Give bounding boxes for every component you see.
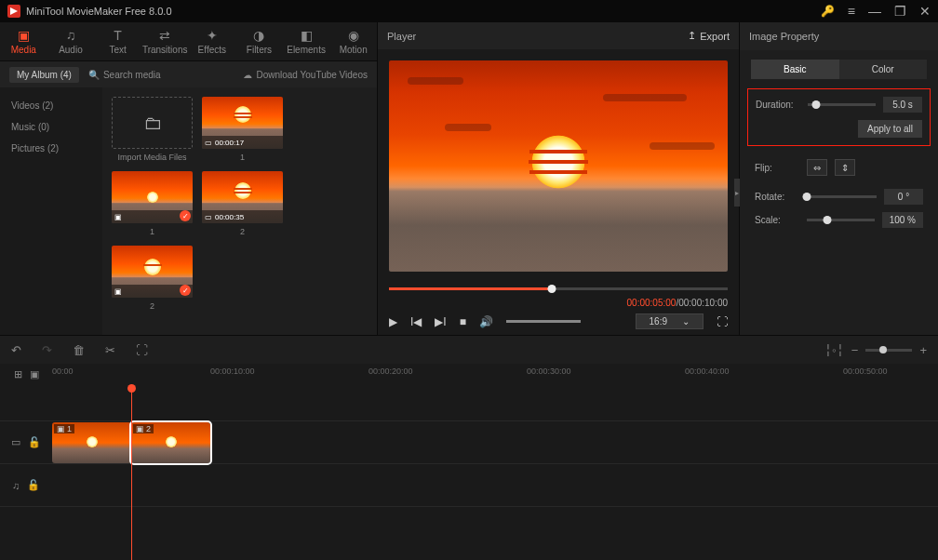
flip-horizontal-button[interactable]: ⇔ xyxy=(807,159,827,176)
play-button[interactable]: ▶ xyxy=(389,315,397,328)
properties-title: Image Property xyxy=(749,31,819,42)
prev-frame-button[interactable]: I◀ xyxy=(410,315,422,328)
import-label: Import Media Files xyxy=(117,153,186,162)
export-button[interactable]: ↥Export xyxy=(688,30,730,42)
thumb-label: 1 xyxy=(150,227,154,236)
image-type-icon: ▣ xyxy=(57,424,65,433)
clip-index: 2 xyxy=(146,424,151,433)
preview-viewport[interactable] xyxy=(389,60,728,272)
timeline-clip-2[interactable]: ▣2 xyxy=(131,422,210,463)
rotate-label: Rotate: xyxy=(755,192,799,202)
image-type-icon: ▣ xyxy=(114,213,122,221)
audio-track: ♫🔓 xyxy=(0,464,938,507)
download-youtube-button[interactable]: ☁Download YouTube Videos xyxy=(243,70,368,80)
ruler-tick: 00:00:50:00 xyxy=(843,367,888,376)
scale-slider[interactable] xyxy=(807,219,875,221)
import-media-button[interactable]: 🗀 xyxy=(112,97,193,149)
properties-panel: ▸ Image Property Basic Color Duration: 5… xyxy=(740,22,938,335)
crop-button[interactable]: ⛶ xyxy=(136,343,148,357)
fullscreen-button[interactable]: ⛶ xyxy=(717,315,728,328)
stop-button[interactable]: ■ xyxy=(460,315,466,328)
lock-icon[interactable]: 🔓 xyxy=(28,436,41,448)
video-track-icon: ▭ xyxy=(11,436,20,448)
next-frame-button[interactable]: ▶I xyxy=(435,315,446,328)
tab-text[interactable]: TText xyxy=(94,22,141,60)
tab-label: Audio xyxy=(59,45,83,55)
duration-value[interactable]: 5.0 s xyxy=(883,97,922,113)
media-panel: ▣Media ♫Audio TText ⇄Transitions ✦Effect… xyxy=(0,22,377,335)
prop-tab-basic[interactable]: Basic xyxy=(751,60,839,79)
duration-label: Duration: xyxy=(756,100,800,110)
sidebar-item-videos[interactable]: Videos (2) xyxy=(0,95,102,116)
volume-icon[interactable]: 🔊 xyxy=(479,315,493,328)
redo-button[interactable]: ↷ xyxy=(42,343,52,357)
maximize-icon[interactable]: ❐ xyxy=(894,4,906,19)
album-selector[interactable]: My Album (4) xyxy=(9,67,79,83)
duration-highlight: Duration: 5.0 s Apply to all xyxy=(747,88,931,146)
thumb-duration: 00:00:17 xyxy=(215,139,244,147)
timeline-toolbar: ↶ ↷ 🗑 ✂ ⛶ ╎◦╎ − + xyxy=(0,336,938,364)
zoom-out-button[interactable]: − xyxy=(851,343,859,357)
flip-h-icon: ⇔ xyxy=(813,163,821,173)
delete-button[interactable]: 🗑 xyxy=(73,343,85,357)
video-track-body[interactable]: ▣1 ▣2 xyxy=(52,421,938,463)
timeline-body: ▭🔓 ▣1 ▣2 ♫🔓 xyxy=(0,384,938,560)
tab-motion[interactable]: ◉Motion xyxy=(329,22,377,60)
collapse-handle[interactable]: ▸ xyxy=(734,179,740,207)
media-grid: 🗀 Import Media Files ▭00:00:17 1 ▣ ✓ xyxy=(102,87,377,335)
zoom-slider[interactable] xyxy=(865,349,912,352)
tab-transitions[interactable]: ⇄Transitions xyxy=(141,22,189,60)
media-thumb-video-1[interactable]: ▭00:00:17 xyxy=(202,97,283,149)
media-thumb-image-1[interactable]: ▣ ✓ xyxy=(112,171,193,223)
apply-to-all-button[interactable]: Apply to all xyxy=(858,120,922,138)
menu-icon[interactable]: ≡ xyxy=(848,4,855,19)
audio-track-body[interactable] xyxy=(52,464,938,506)
media-thumb-image-2[interactable]: ▣ ✓ xyxy=(112,246,193,298)
lock-icon[interactable]: 🔓 xyxy=(27,479,40,491)
scrubber[interactable] xyxy=(389,283,728,296)
flip-vertical-button[interactable]: ⇕ xyxy=(835,159,855,176)
effects-icon: ✦ xyxy=(207,28,218,43)
zoom-in-button[interactable]: + xyxy=(919,343,927,357)
search-input[interactable]: 🔍Search media xyxy=(88,70,161,80)
tab-filters[interactable]: ◑Filters xyxy=(235,22,283,60)
playhead[interactable] xyxy=(131,384,132,560)
timeline-ruler[interactable]: 00:00 00:00:10:00 00:00:20:00 00:00:30:0… xyxy=(52,364,938,384)
tab-label: Elements xyxy=(287,45,326,55)
ruler-tick: 00:00:10:00 xyxy=(210,367,255,376)
scale-value[interactable]: 100 % xyxy=(882,212,923,228)
elements-icon: ◧ xyxy=(301,28,313,43)
duration-slider[interactable] xyxy=(808,103,876,106)
timeline-clip-1[interactable]: ▣1 xyxy=(52,422,131,463)
close-icon[interactable]: ✕ xyxy=(919,4,931,19)
aspect-ratio-select[interactable]: 16:9⌄ xyxy=(636,313,704,329)
sidebar-item-pictures[interactable]: Pictures (2) xyxy=(0,138,102,159)
tab-elements[interactable]: ◧Elements xyxy=(283,22,330,60)
activate-key-icon[interactable]: 🔑 xyxy=(821,5,835,18)
fit-timeline-icon[interactable]: ╎◦╎ xyxy=(824,343,844,357)
volume-slider[interactable] xyxy=(506,320,581,323)
scale-label: Scale: xyxy=(755,215,799,225)
stack-icon[interactable]: ▣ xyxy=(30,368,39,380)
tab-label: Effects xyxy=(198,45,226,55)
add-track-icon[interactable]: ⊞ xyxy=(14,368,22,380)
tab-media[interactable]: ▣Media xyxy=(0,22,47,60)
tab-effects[interactable]: ✦Effects xyxy=(189,22,236,60)
ruler-tick: 00:00 xyxy=(52,367,74,376)
minimize-icon[interactable]: — xyxy=(868,4,881,19)
rotate-slider[interactable] xyxy=(807,195,877,198)
split-button[interactable]: ✂ xyxy=(105,343,115,357)
prop-tab-color[interactable]: Color xyxy=(839,60,928,79)
download-label: Download YouTube Videos xyxy=(256,70,368,80)
chevron-down-icon: ⌄ xyxy=(682,316,690,327)
text-icon: T xyxy=(114,28,122,43)
sidebar-item-music[interactable]: Music (0) xyxy=(0,116,102,138)
timeline: ↶ ↷ 🗑 ✂ ⛶ ╎◦╎ − + ⊞ ▣ 00:00 00:00:10:00 … xyxy=(0,335,938,560)
check-icon: ✓ xyxy=(180,210,191,221)
rotate-value[interactable]: 0 ° xyxy=(884,189,923,205)
tab-audio[interactable]: ♫Audio xyxy=(47,22,95,60)
image-type-icon: ▣ xyxy=(136,424,144,433)
media-thumb-video-2[interactable]: ▭00:00:35 xyxy=(202,171,283,223)
video-type-icon: ▭ xyxy=(205,213,212,221)
undo-button[interactable]: ↶ xyxy=(11,343,21,357)
